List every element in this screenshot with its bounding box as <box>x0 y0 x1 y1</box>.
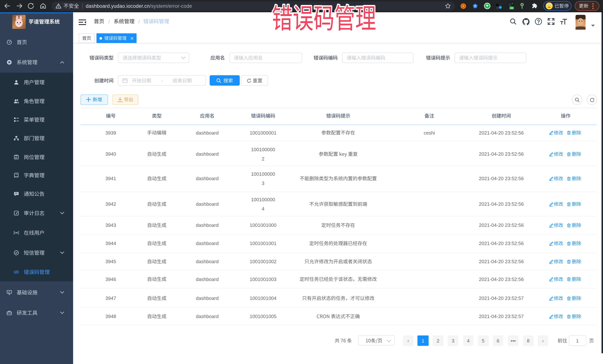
svg-text:on: on <box>510 7 513 9</box>
